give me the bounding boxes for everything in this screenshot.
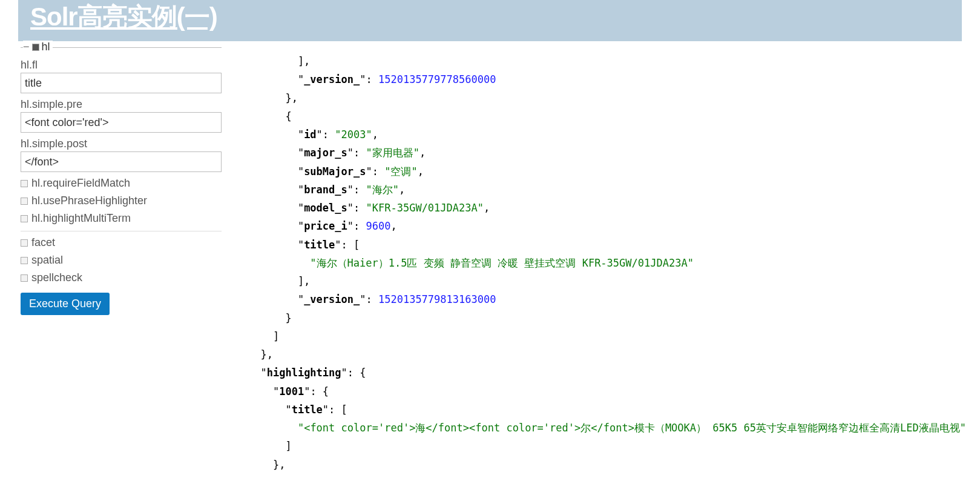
json-key-submajor: subMajor_s — [304, 165, 366, 178]
json-val-price: 9600 — [366, 220, 391, 232]
hl-usephrasehighlighter-row[interactable]: hl.usePhraseHighlighter — [21, 194, 222, 207]
hl-highlightmultiterm-label: hl.highlightMultiTerm — [31, 212, 131, 225]
collapse-icon[interactable]: − — [23, 41, 30, 53]
hl-highlightmultiterm-checkbox[interactable] — [21, 215, 28, 222]
json-key-version-1: _version_ — [304, 73, 360, 85]
spellcheck-row[interactable]: spellcheck — [21, 271, 222, 284]
hl-requirefieldmatch-label: hl.requireFieldMatch — [31, 177, 130, 190]
hl-usephrasehighlighter-label: hl.usePhraseHighlighter — [31, 194, 147, 207]
spatial-row[interactable]: spatial — [21, 254, 222, 267]
hl-fieldset: − hl hl.fl hl.simple.pre hl.simple.post … — [21, 47, 222, 225]
hl-highlightmultiterm-row[interactable]: hl.highlightMultiTerm — [21, 212, 222, 225]
json-val-submajor: 空调 — [390, 165, 411, 178]
json-val-major: 家用电器 — [372, 147, 413, 159]
spellcheck-checkbox[interactable] — [21, 274, 28, 282]
hl-simple-pre-input[interactable] — [21, 112, 222, 133]
json-key-hl-title: title — [292, 404, 323, 416]
execute-query-button[interactable]: Execute Query — [21, 293, 110, 315]
json-key-major: major_s — [304, 147, 347, 159]
json-val-hl-title: <font color='red'>海</font><font color='r… — [304, 422, 960, 434]
hl-usephrasehighlighter-checkbox[interactable] — [21, 198, 28, 205]
json-key-highlighting: highlighting — [267, 367, 341, 379]
page-title-banner: Solr高亮实例(一) — [18, 0, 962, 41]
hl-fl-input[interactable] — [21, 73, 222, 93]
json-val-id: 2003 — [341, 128, 366, 141]
json-key-price: price_i — [304, 220, 347, 232]
json-key-title: title — [304, 239, 335, 251]
json-val-model: KFR-35GW/01JDA23A — [372, 202, 478, 214]
json-val-version-2: 1520135779813163000 — [378, 293, 496, 305]
json-response: ], "_version_": 1520135779778560000 }, {… — [230, 47, 980, 486]
json-key-hl-id: 1001 — [279, 385, 304, 397]
json-val-title-0: 海尔（Haier）1.5匹 变频 静音空调 冷暖 壁挂式空调 KFR-35GW/… — [317, 257, 688, 269]
facet-label: facet — [31, 236, 55, 249]
facet-row[interactable]: facet — [21, 236, 222, 249]
spatial-label: spatial — [31, 254, 63, 267]
json-key-model: model_s — [304, 202, 347, 214]
facet-checkbox[interactable] — [21, 239, 28, 247]
json-key-brand: brand_s — [304, 184, 347, 196]
hl-checkbox[interactable] — [32, 44, 39, 51]
hl-simple-pre-label: hl.simple.pre — [21, 98, 222, 111]
json-key-id: id — [304, 128, 316, 141]
json-val-version-1: 1520135779778560000 — [378, 73, 496, 85]
json-key-version-2: _version_ — [304, 293, 360, 305]
hl-legend: hl — [42, 41, 50, 53]
page-title: Solr高亮实例(一) — [30, 0, 950, 34]
hl-simple-post-label: hl.simple.post — [21, 138, 222, 150]
json-val-brand: 海尔 — [372, 184, 393, 196]
hl-requirefieldmatch-row[interactable]: hl.requireFieldMatch — [21, 177, 222, 190]
hl-fl-label: hl.fl — [21, 59, 222, 71]
hl-simple-post-input[interactable] — [21, 151, 222, 172]
spatial-checkbox[interactable] — [21, 257, 28, 264]
hl-requirefieldmatch-checkbox[interactable] — [21, 180, 28, 187]
sidebar-divider — [21, 231, 222, 231]
query-sidebar: − hl hl.fl hl.simple.pre hl.simple.post … — [0, 47, 230, 486]
spellcheck-label: spellcheck — [31, 271, 82, 284]
